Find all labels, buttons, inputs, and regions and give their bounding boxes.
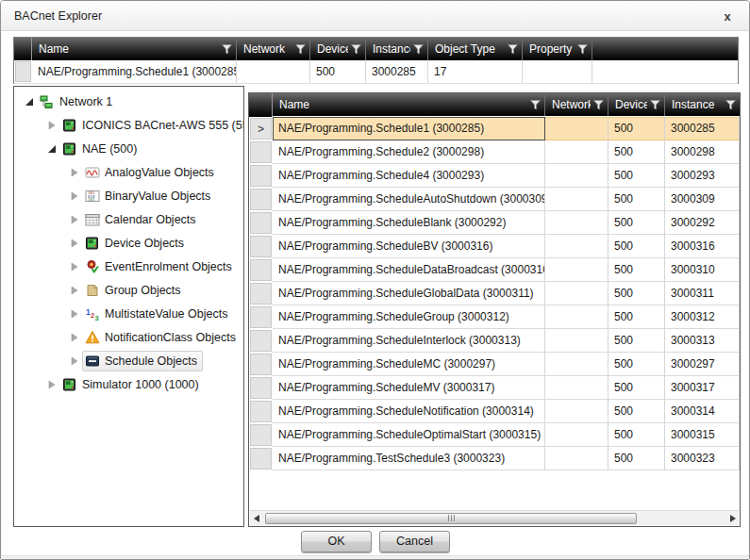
- table-row[interactable]: NAE/Programming.ScheduleBV (3000316) 500…: [249, 235, 740, 258]
- column-header-name[interactable]: Name: [273, 93, 545, 116]
- tree-item[interactable]: Group Objects: [14, 278, 243, 302]
- cell-network[interactable]: [545, 447, 608, 470]
- column-header-instance[interactable]: Instance: [665, 93, 740, 116]
- cell-name[interactable]: NAE/Programming.ScheduleAutoShutdown (30…: [273, 188, 545, 211]
- horizontal-scrollbar[interactable]: [250, 510, 739, 525]
- filter-icon[interactable]: [413, 44, 424, 55]
- cell-instance[interactable]: 3000297: [665, 353, 740, 376]
- cell-name[interactable]: NAE/Programming.ScheduleMV (3000317): [273, 376, 545, 400]
- tree-expander-icon[interactable]: [67, 306, 82, 321]
- table-row[interactable]: NAE/Programming.ScheduleBlank (3000292) …: [249, 211, 740, 235]
- tree-expander-icon[interactable]: [22, 94, 37, 109]
- close-icon[interactable]: x: [719, 8, 736, 25]
- cell-name[interactable]: NAE/Programming.ScheduleBlank (3000292): [273, 211, 545, 235]
- filter-icon[interactable]: [295, 44, 306, 55]
- cell-name[interactable]: NAE/Programming.ScheduleBV (3000316): [273, 235, 545, 258]
- tree-expander-icon[interactable]: [67, 189, 82, 204]
- cell-object-type[interactable]: 17: [428, 60, 523, 83]
- column-header-instance[interactable]: Instance: [366, 38, 428, 60]
- tree-item[interactable]: 1 2 3 MultistateValue Objects: [14, 302, 243, 325]
- tree-expander-icon[interactable]: [67, 236, 82, 251]
- filter-icon[interactable]: [650, 100, 660, 110]
- cell-device[interactable]: 500: [608, 305, 665, 329]
- cell-device[interactable]: 500: [608, 164, 665, 188]
- cell-device[interactable]: 500: [608, 376, 665, 400]
- row-selector-cell[interactable]: [249, 400, 273, 423]
- cell-network[interactable]: [545, 211, 608, 235]
- tree-item[interactable]: ICONICS BACnet-AWS 555 (555): [14, 113, 243, 137]
- cell-instance[interactable]: 3000310: [665, 258, 740, 282]
- cell-property[interactable]: [523, 60, 592, 83]
- cell-name[interactable]: NAE/Programming.ScheduleNotification (30…: [273, 400, 545, 423]
- table-row[interactable]: NAE/Programming.ScheduleGroup (3000312) …: [249, 305, 740, 329]
- tree-item[interactable]: Device Objects: [14, 231, 243, 255]
- scrollbar-track[interactable]: [263, 511, 725, 526]
- tree-item[interactable]: EventEnrolment Objects: [14, 255, 243, 278]
- cell-name[interactable]: NAE/Programming.Schedule1 (3000285): [32, 60, 237, 83]
- filter-icon[interactable]: [593, 100, 604, 110]
- cell-name[interactable]: NAE/Programming.ScheduleGlobalData (3000…: [273, 282, 545, 305]
- tree-item[interactable]: Schedule Objects: [14, 349, 243, 372]
- column-header-network[interactable]: Network: [237, 38, 310, 60]
- table-row[interactable]: NAE/Programming.ScheduleAutoShutdown (30…: [249, 188, 740, 211]
- tree-item[interactable]: AnalogValue Objects: [14, 160, 243, 184]
- table-row[interactable]: NAE/Programming.Schedule4 (3000293) 500 …: [249, 164, 740, 188]
- cell-name[interactable]: NAE/Programming.ScheduleInterlock (30003…: [273, 329, 545, 353]
- cell-instance[interactable]: 3000313: [665, 329, 740, 353]
- table-row[interactable]: NAE/Programming.ScheduleOptimalStart (30…: [249, 423, 740, 447]
- cell-name[interactable]: NAE/Programming.TestSchedule3 (3000323): [273, 447, 545, 470]
- filter-icon[interactable]: [530, 100, 541, 110]
- tree-expander-icon[interactable]: [44, 118, 59, 133]
- row-selector-cell[interactable]: [249, 305, 273, 329]
- cell-network[interactable]: [545, 376, 608, 400]
- tree-expander-icon[interactable]: [44, 141, 59, 156]
- row-selector-cell[interactable]: [249, 376, 273, 400]
- tree-expander-icon[interactable]: [67, 330, 82, 345]
- cell-network[interactable]: [545, 258, 608, 282]
- filter-icon[interactable]: [351, 44, 361, 55]
- cell-instance[interactable]: 3000285: [665, 117, 740, 140]
- table-row[interactable]: NAE/Programming.Schedule2 (3000298) 500 …: [249, 140, 740, 164]
- cancel-button[interactable]: Cancel: [379, 531, 450, 552]
- cell-device[interactable]: 500: [608, 329, 665, 353]
- cell-network[interactable]: [545, 235, 608, 258]
- tree-expander-icon[interactable]: [67, 283, 82, 298]
- cell-name[interactable]: NAE/Programming.Schedule1 (3000285): [273, 117, 545, 140]
- cell-device[interactable]: 500: [608, 282, 665, 305]
- tree-expander-icon[interactable]: [67, 165, 82, 180]
- cell-network[interactable]: [545, 164, 608, 188]
- cell-instance[interactable]: 3000323: [665, 447, 740, 470]
- cell-name[interactable]: NAE/Programming.ScheduleDataBroadcast (3…: [273, 258, 545, 282]
- cell-device[interactable]: 500: [608, 400, 665, 423]
- cell-instance[interactable]: 3000309: [665, 188, 740, 211]
- cell-instance[interactable]: 3000317: [665, 376, 740, 400]
- column-header-name[interactable]: Name: [32, 38, 237, 60]
- tree-item[interactable]: Simulator 1000 (1000): [14, 372, 243, 396]
- column-header-network[interactable]: Network: [545, 93, 608, 116]
- table-row[interactable]: NAE/Programming.ScheduleGlobalData (3000…: [249, 282, 740, 305]
- cell-network[interactable]: [545, 423, 608, 447]
- column-header-device[interactable]: Device: [608, 93, 665, 116]
- row-selector-cell[interactable]: [249, 211, 273, 235]
- cell-instance[interactable]: 3000292: [665, 211, 740, 235]
- table-row[interactable]: > NAE/Programming.Schedule1 (3000285) 50…: [249, 117, 740, 140]
- tree-expander-icon[interactable]: [67, 212, 82, 227]
- table-row[interactable]: NAE/Programming.ScheduleNotification (30…: [249, 400, 740, 423]
- row-selector-cell[interactable]: [249, 140, 273, 164]
- filter-icon[interactable]: [577, 44, 588, 55]
- cell-name[interactable]: NAE/Programming.Schedule2 (3000298): [273, 140, 545, 164]
- cell-instance[interactable]: 3000293: [665, 164, 740, 188]
- cell-device[interactable]: 500: [608, 117, 665, 140]
- row-selector-cell[interactable]: [249, 164, 273, 188]
- tree-item[interactable]: NotificationClass Objects: [14, 325, 243, 349]
- tree-expander-icon[interactable]: [44, 377, 59, 392]
- cell-device[interactable]: 500: [608, 447, 665, 470]
- cell-instance[interactable]: 3000312: [665, 305, 740, 329]
- cell-instance[interactable]: 3000315: [665, 423, 740, 447]
- cell-device[interactable]: 500: [608, 258, 665, 282]
- cell-network[interactable]: [545, 305, 608, 329]
- cell-network[interactable]: [545, 117, 608, 140]
- row-selector-cell[interactable]: [249, 353, 273, 376]
- tree-expander-icon[interactable]: [67, 259, 82, 274]
- row-selector-cell[interactable]: [249, 282, 273, 305]
